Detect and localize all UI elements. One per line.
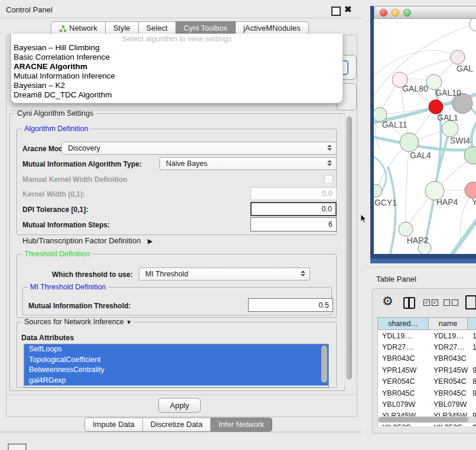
table-cell: YDR27… [429, 341, 468, 353]
data-attributes-list[interactable]: SelfLoopsTopologicalCoefficientBetweenne… [24, 344, 329, 387]
bottom-tab-infer-network[interactable]: Infer Network [211, 418, 272, 432]
settings-scrollbar[interactable] [344, 113, 353, 386]
mi-threshold-input[interactable]: 0.5 [248, 298, 333, 312]
algorithm-option[interactable]: Mutual Information Inference [11, 71, 343, 81]
node-label: GAL4 [410, 151, 431, 160]
apply-button[interactable]: Apply [158, 398, 201, 413]
window-frame [370, 254, 476, 259]
combo-arrows-icon [327, 160, 332, 166]
divider [9, 110, 352, 110]
column-header-name[interactable]: name [429, 317, 468, 330]
data-attributes-label: Data Attributes [21, 334, 74, 342]
column-header-a[interactable]: A [468, 317, 476, 330]
attribute-item[interactable]: BetweennessCentrality [24, 365, 328, 376]
table-horizontal-scrollbar[interactable] [377, 416, 476, 423]
table-cell [468, 353, 476, 364]
table-cell: YER054C [378, 376, 429, 387]
bottom-tab-label: Impute Data [93, 418, 135, 431]
expander-expanded-icon: ▼ [126, 319, 132, 325]
algorithm-option[interactable]: Dream8 DC_TDC Algorithm [11, 90, 343, 100]
table-cell: 8. [468, 376, 476, 387]
network-window-titlebar[interactable] [374, 6, 476, 19]
network-node-gal4[interactable] [400, 133, 419, 152]
network-icon [59, 25, 67, 32]
column-header-shared[interactable]: shared… [377, 317, 429, 330]
table-row[interactable]: YBR045CYBR045C9. [378, 387, 476, 399]
zoom-traffic-light-icon[interactable] [403, 9, 411, 17]
which-threshold-select[interactable]: MI Threshold [139, 268, 310, 281]
bottom-tab-impute-data[interactable]: Impute Data [84, 418, 143, 432]
divider [0, 18, 361, 18]
close-icon[interactable]: ✖ [344, 4, 352, 15]
algorithm-option[interactable]: Basic Correlation Inference [11, 53, 343, 62]
gear-icon[interactable]: ⚙ [382, 294, 393, 308]
table-row[interactable]: YBR043CYBR043C [378, 353, 476, 364]
network-node-swi4[interactable] [442, 120, 458, 137]
table-cell: YER054C [429, 376, 468, 387]
table-cell: YPR145W [378, 364, 429, 376]
dpi-tolerance-label: DPI Tolerance [0,1]: [22, 206, 88, 214]
checked-boxes-icon[interactable]: ✓✓ [423, 299, 438, 306]
sources-expander[interactable]: Sources for Network Inference ▼ [22, 318, 134, 326]
hub-definition-label: Hub/Transcription Factor Definition [22, 236, 141, 245]
network-node-gal[interactable] [451, 50, 465, 64]
unchecked-boxes-icon[interactable] [444, 299, 458, 306]
table-row[interactable]: YDR27…YDR27…12 [378, 341, 476, 353]
hub-definition-expander[interactable]: Hub/Transcription Factor Definition ▶ [22, 236, 152, 245]
minimized-panel-icon[interactable] [8, 444, 27, 450]
algorithm-option[interactable]: ARACNE Algorithm [11, 62, 343, 71]
bottom-tab-discretize-data[interactable]: Discretize Data [143, 418, 211, 432]
minimize-traffic-light-icon[interactable] [392, 9, 399, 17]
node-label: SWI4 [450, 136, 470, 145]
table-row[interactable]: YDL19…YDL19…13 [378, 330, 476, 341]
table-cell: YPR145W [429, 364, 468, 376]
table-cell: 9. [468, 364, 476, 376]
table-row[interactable]: YER054CYER054C8. [378, 376, 476, 387]
table-row[interactable]: YBL079WYBL079W [378, 399, 476, 410]
algorithm-option[interactable]: Bayesian – Hill Climbing [11, 43, 343, 53]
attribute-item[interactable]: gal4RGexp [24, 376, 328, 386]
network-node-y[interactable] [465, 182, 476, 198]
float-window-icon[interactable] [331, 6, 341, 16]
table-cell: YBL079W [429, 399, 468, 410]
table-panel: ⚙ ✓✓ shared…nameA YDL19…YDL19…13YDR27…YD… [372, 288, 476, 433]
mi-type-select[interactable]: Naive Bayes [159, 157, 337, 170]
node-table: shared…nameA YDL19…YDL19…13YDR27…YDR27…1… [377, 317, 476, 426]
mi-steps-input[interactable]: 6 [250, 217, 337, 231]
aracne-mode-value: Discovery [68, 144, 100, 152]
algorithm-option[interactable]: Bayesian – K2 [11, 81, 343, 90]
node-label: GAL1 [437, 113, 458, 122]
table-cell: YBL079W [378, 399, 429, 410]
scrollbar-thumb[interactable] [379, 417, 468, 422]
dpi-tolerance-input[interactable]: 0.0 [250, 202, 337, 216]
table-body[interactable]: YDL19…YDL19…13YDR27…YDR27…12YBR043CYBR04… [377, 330, 476, 426]
scrollbar-thumb[interactable] [346, 116, 352, 380]
kernel-width-label: Kernel Width (0,1): [22, 190, 85, 198]
table-cell: 12 [468, 341, 476, 353]
mi-type-label: Mutual Information Algorithm Type: [22, 160, 142, 168]
close-traffic-light-icon[interactable] [380, 9, 387, 17]
network-node-hap2[interactable] [399, 222, 413, 236]
node-label: GAL [457, 64, 473, 73]
aracne-mode-select[interactable]: Discovery [61, 142, 337, 155]
attribute-item[interactable]: SelfLoops [24, 344, 328, 355]
network-node-gcy1[interactable] [374, 184, 382, 197]
columns-icon[interactable] [403, 297, 415, 309]
network-node[interactable] [470, 19, 476, 31]
table-row[interactable]: YPR145WYPR145W9. [378, 364, 476, 376]
node-label: HAP2 [407, 236, 429, 245]
tab-label: Cyni Toolbox [184, 22, 227, 35]
manual-kernel-checkbox[interactable] [324, 175, 333, 184]
attributes-scrollbar-thumb[interactable] [321, 345, 327, 383]
node-label: GAL10 [435, 88, 461, 97]
divider [6, 394, 356, 395]
attribute-item[interactable]: TopologicalCoefficient [24, 355, 328, 366]
network-canvas[interactable]: GALGAL80GAL10GAL1GAL11SWI4GAL4GCY1HAP4YH… [374, 19, 476, 254]
document-icon[interactable] [465, 295, 476, 309]
kernel-width-input[interactable]: 0.0 [250, 187, 337, 200]
algorithm-dropdown-placeholder: Select algorithm to view settings [11, 34, 343, 43]
node-label: GAL11 [382, 120, 407, 129]
group-title: Threshold Definition [22, 250, 92, 258]
network-node-gal1[interactable] [429, 100, 443, 114]
table-cell: YBR043C [429, 353, 468, 364]
